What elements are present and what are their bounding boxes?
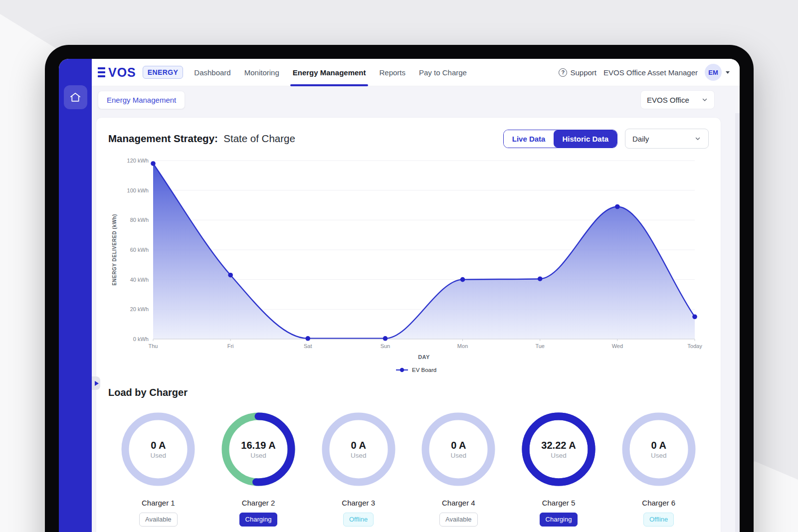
charger-status-badge: Offline [343, 513, 374, 527]
account-name[interactable]: EVOS Office Asset Manager [603, 68, 698, 77]
svg-text:Sun: Sun [381, 343, 391, 349]
card-header: Management Strategy: State of Charge Liv… [108, 129, 709, 149]
interval-selector[interactable]: Daily [625, 129, 709, 149]
breadcrumb[interactable]: Energy Management [98, 91, 185, 109]
svg-text:100 kWh: 100 kWh [127, 187, 149, 193]
svg-text:ENERGY DELIVERED (kWh): ENERGY DELIVERED (kWh) [112, 214, 117, 286]
charger-status-badge: Offline [643, 513, 674, 527]
avatar: EM [705, 64, 722, 81]
sidebar-expand-tab[interactable] [92, 376, 100, 390]
top-navigation-bar: VOS ENERGY DashboardMonitoringEnergy Man… [92, 59, 740, 86]
scrollbar-track[interactable] [735, 113, 740, 532]
charger-used-label: Used [551, 452, 567, 459]
page-title: Management Strategy: State of Charge [108, 133, 295, 145]
load-by-charger-title: Load by Charger [108, 387, 709, 398]
charger-used-label: Used [451, 452, 467, 459]
nav-item-monitoring[interactable]: Monitoring [244, 59, 279, 86]
charger-used-value: 32.22 A [541, 440, 576, 451]
topbar-right: ? Support EVOS Office Asset Manager EM [559, 64, 730, 81]
charger-name: Charger 6 [608, 499, 709, 507]
charger-name: Charger 1 [108, 499, 208, 507]
charger-card-3: 0 A Used Charger 3 Offline [308, 411, 408, 527]
svg-text:EV Board: EV Board [412, 367, 436, 373]
charger-name: Charger 5 [509, 499, 609, 507]
nav-item-dashboard[interactable]: Dashboard [194, 59, 230, 86]
charger-card-4: 0 A Used Charger 4 Available [408, 411, 509, 527]
svg-text:80 kWh: 80 kWh [130, 217, 149, 223]
svg-text:Tue: Tue [535, 343, 545, 349]
chevron-right-icon [95, 381, 99, 386]
charger-card-5: 32.22 A Used Charger 5 Charging [509, 411, 609, 527]
charger-used-label: Used [250, 452, 266, 459]
charger-donut: 16.19 A Used [220, 411, 296, 487]
svg-text:Wed: Wed [612, 343, 623, 349]
nav-item-reports[interactable]: Reports [379, 59, 405, 86]
chevron-down-icon [701, 96, 708, 103]
svg-text:Mon: Mon [457, 343, 468, 349]
main-nav: DashboardMonitoringEnergy ManagementRepo… [194, 59, 467, 86]
charger-name: Charger 2 [208, 499, 309, 507]
site-selector[interactable]: EVOS Office [640, 90, 715, 109]
svg-text:40 kWh: 40 kWh [130, 277, 149, 283]
svg-text:DAY: DAY [418, 354, 430, 360]
evos-logo[interactable]: VOS ENERGY [98, 66, 183, 79]
chevron-down-icon [726, 71, 730, 74]
charger-used-value: 0 A [351, 440, 366, 451]
evos-logo-text: VOS [108, 66, 136, 79]
chevron-down-icon [694, 135, 701, 142]
nav-item-pay-to-charge[interactable]: Pay to Charge [419, 59, 467, 86]
energy-chart-svg: 0 kWh20 kWh40 kWh60 kWh80 kWh100 kWh120 … [108, 156, 709, 378]
svg-text:120 kWh: 120 kWh [127, 158, 149, 164]
energy-badge: ENERGY [143, 66, 184, 79]
main-area: VOS ENERGY DashboardMonitoringEnergy Man… [92, 59, 740, 532]
energy-chart: 0 kWh20 kWh40 kWh60 kWh80 kWh100 kWh120 … [108, 156, 709, 380]
support-link[interactable]: ? Support [559, 68, 597, 77]
charger-used-label: Used [651, 452, 667, 459]
charger-donut: 32.22 A Used [521, 411, 597, 487]
svg-text:60 kWh: 60 kWh [130, 247, 149, 253]
content-area: Management Strategy: State of Charge Liv… [92, 113, 740, 532]
charger-donut: 0 A Used [321, 411, 397, 487]
home-icon [69, 91, 82, 104]
svg-text:Today: Today [687, 343, 702, 349]
svg-text:Sat: Sat [304, 343, 312, 349]
evos-logo-mark-icon [98, 67, 105, 78]
support-label: Support [570, 68, 597, 77]
charger-card-1: 0 A Used Charger 1 Available [108, 411, 208, 527]
charger-used-value: 16.19 A [241, 440, 275, 451]
sidebar [59, 59, 92, 532]
charger-used-value: 0 A [651, 440, 666, 451]
interval-selector-value: Daily [632, 135, 649, 143]
page-title-label: Management Strategy: [108, 133, 218, 144]
charger-donut: 0 A Used [420, 411, 496, 487]
charger-grid: 0 A Used Charger 1 Available 16.19 A Use… [108, 411, 709, 527]
charger-status-badge: Available [439, 513, 478, 527]
charger-status-badge: Charging [239, 513, 278, 527]
tablet-frame: VOS ENERGY DashboardMonitoringEnergy Man… [45, 45, 754, 532]
charger-donut: 0 A Used [621, 411, 697, 487]
live-data-button[interactable]: Live Data [504, 130, 554, 148]
svg-text:Fri: Fri [227, 343, 234, 349]
home-button[interactable] [64, 85, 87, 109]
charger-name: Charger 4 [408, 499, 509, 507]
charger-status-badge: Charging [540, 513, 578, 527]
historic-data-button[interactable]: Historic Data [554, 130, 617, 148]
question-circle-icon: ? [559, 68, 567, 77]
charger-status-badge: Available [139, 513, 178, 527]
charger-used-value: 0 A [151, 440, 166, 451]
charger-card-2: 16.19 A Used Charger 2 Charging [208, 411, 309, 527]
breadcrumb-bar: Energy Management EVOS Office [92, 86, 740, 113]
charger-used-label: Used [151, 452, 167, 459]
svg-text:0 kWh: 0 kWh [133, 336, 149, 342]
svg-text:20 kWh: 20 kWh [130, 306, 149, 312]
data-mode-toggle: Live Data Historic Data [503, 130, 617, 148]
charger-used-label: Used [351, 452, 367, 459]
user-menu[interactable]: EM [705, 64, 730, 81]
nav-item-energy-management[interactable]: Energy Management [293, 59, 366, 86]
chart-controls: Live Data Historic Data Daily [503, 129, 709, 149]
svg-text:Thu: Thu [149, 343, 158, 349]
energy-management-card: Management Strategy: State of Charge Liv… [96, 117, 721, 532]
charger-card-6: 0 A Used Charger 6 Offline [608, 411, 709, 527]
app-window: VOS ENERGY DashboardMonitoringEnergy Man… [59, 59, 740, 532]
charger-donut: 0 A Used [120, 411, 196, 487]
